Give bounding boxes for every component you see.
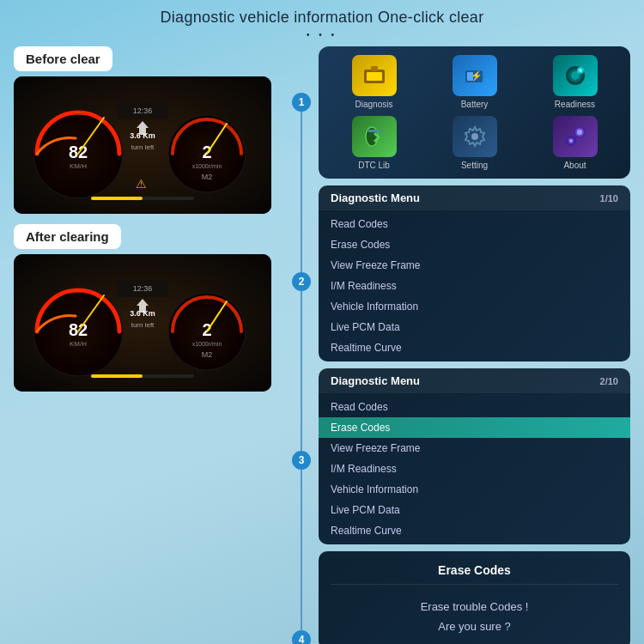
icon-about[interactable]: About	[528, 116, 622, 170]
after-clearing-label: After clearing	[14, 224, 121, 249]
svg-text:⚡: ⚡	[471, 70, 483, 82]
icon-battery[interactable]: ⚡ Battery	[428, 55, 521, 109]
step-4: 4	[292, 630, 311, 644]
menu-read-codes-2[interactable]: Read Codes	[319, 397, 630, 417]
diagnostic-menu-2: Diagnostic Menu 2/10 Read Codes Erase Co…	[319, 368, 630, 544]
step-3: 3	[292, 451, 311, 470]
left-column: Before clear	[14, 46, 284, 644]
line-2	[301, 291, 302, 452]
svg-text:turn left: turn left	[131, 143, 155, 151]
diag-title-1: Diagnostic Menu	[331, 191, 420, 204]
svg-rect-34	[367, 72, 382, 81]
diag-items-2: Read Codes Erase Codes View Freeze Frame…	[319, 393, 630, 544]
about-label: About	[563, 161, 586, 170]
page-wrapper: Diagnostic vehicle information One-click…	[0, 0, 644, 644]
diag-header-2: Diagnostic Menu 2/10	[319, 368, 630, 393]
svg-rect-38	[483, 74, 485, 79]
svg-text:⚠: ⚠	[136, 177, 147, 191]
menu-freeze-frame-2[interactable]: View Freeze Frame	[319, 438, 630, 459]
svg-text:KM/H: KM/H	[70, 162, 87, 170]
svg-rect-16	[91, 197, 143, 200]
diag-title-2: Diagnostic Menu	[331, 374, 420, 387]
step-2: 2	[292, 272, 311, 291]
svg-text:turn left: turn left	[131, 321, 155, 329]
line-3	[301, 470, 302, 630]
svg-text:x1000r/min: x1000r/min	[192, 341, 222, 347]
svg-point-54	[569, 139, 573, 143]
dashboard-after: 82 KM/H 12:36 3.6 Km turn left 2 x100	[14, 254, 271, 392]
icon-dtclib[interactable]: DTC Lib	[327, 116, 421, 170]
svg-text:x1000r/min: x1000r/min	[192, 163, 222, 169]
menu-vehicle-info-1[interactable]: Vehicle Information	[319, 296, 630, 317]
setting-icon-box	[453, 116, 497, 157]
diagnosis-icon-box	[352, 55, 397, 96]
menu-realtime-curve-1[interactable]: Realtime Curve	[319, 337, 630, 358]
icon-diagnosis[interactable]: Diagnosis	[327, 55, 421, 109]
menu-realtime-curve-2[interactable]: Realtime Curve	[319, 520, 630, 541]
dots: • • •	[0, 30, 644, 39]
about-icon-box	[553, 116, 598, 157]
svg-point-45	[579, 69, 582, 72]
svg-text:M2: M2	[202, 173, 213, 181]
dtclib-label: DTC Lib	[358, 161, 390, 170]
menu-vehicle-info-2[interactable]: Vehicle Information	[319, 479, 630, 500]
page-title: Diagnostic vehicle information One-click…	[0, 0, 644, 27]
diag-page-2: 2/10	[600, 376, 618, 386]
menu-live-pcm-2[interactable]: Live PCM Data	[319, 500, 630, 520]
menu-freeze-frame-1[interactable]: View Freeze Frame	[319, 255, 630, 276]
dashboard-before: 82 KM/H 12:36 3.6 Km turn left	[14, 76, 271, 214]
erase-title: Erase Codes	[331, 563, 618, 585]
svg-rect-47	[368, 130, 380, 132]
svg-rect-32	[91, 374, 143, 378]
step-1: 1	[292, 93, 311, 112]
diag-items-1: Read Codes Erase Codes View Freeze Frame…	[319, 210, 630, 361]
svg-text:KM/H: KM/H	[70, 340, 87, 348]
after-clearing-section: After clearing	[14, 224, 284, 392]
icon-readiness[interactable]: Readiness	[528, 55, 622, 109]
svg-text:2: 2	[202, 143, 211, 161]
svg-point-51	[577, 130, 582, 135]
svg-text:12:36: 12:36	[133, 284, 153, 293]
diagnosis-label: Diagnosis	[355, 100, 393, 109]
menu-erase-codes-1[interactable]: Erase Codes	[319, 234, 630, 255]
menu-im-readiness-2[interactable]: I/M Readiness	[319, 459, 630, 479]
svg-text:12:36: 12:36	[133, 106, 153, 115]
line-1	[301, 112, 302, 272]
diag-page-1: 1/10	[600, 193, 618, 204]
menu-im-readiness-1[interactable]: I/M Readiness	[319, 276, 630, 296]
readiness-label: Readiness	[555, 100, 595, 109]
readiness-icon-box	[553, 55, 598, 96]
before-clear-section: Before clear	[14, 46, 284, 214]
erase-line1: Erase trouble Codes ! Are you sure ?	[331, 597, 618, 637]
steps-column: 1 2 3 4	[289, 46, 313, 644]
svg-text:M2: M2	[202, 350, 213, 359]
right-column: Diagnosis ⚡ Battery Readiness	[319, 46, 630, 644]
diagnostic-menu-1: Diagnostic Menu 1/10 Read Codes Erase Co…	[319, 185, 630, 361]
svg-point-48	[471, 133, 478, 140]
erase-codes-panel: Erase Codes Erase trouble Codes ! Are yo…	[319, 551, 630, 644]
menu-erase-codes-2[interactable]: Erase Codes	[319, 417, 630, 438]
battery-icon-box: ⚡	[453, 55, 497, 96]
before-clear-label: Before clear	[14, 46, 112, 71]
icon-setting[interactable]: Setting	[428, 116, 521, 170]
setting-label: Setting	[461, 161, 488, 170]
svg-text:2: 2	[202, 320, 211, 339]
menu-read-codes-1[interactable]: Read Codes	[319, 214, 630, 234]
diag-header-1: Diagnostic Menu 1/10	[319, 185, 630, 210]
menu-live-pcm-1[interactable]: Live PCM Data	[319, 317, 630, 337]
battery-label: Battery	[461, 100, 489, 109]
icons-panel: Diagnosis ⚡ Battery Readiness	[319, 46, 630, 179]
dtclib-icon-box	[352, 116, 397, 157]
